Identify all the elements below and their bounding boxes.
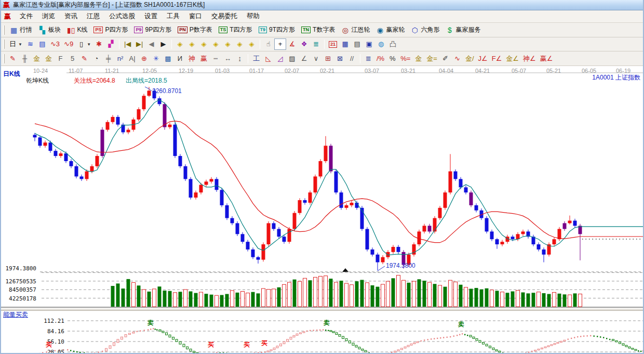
spiral-tool[interactable]: 5 xyxy=(66,53,78,64)
a-line-tool[interactable]: A| xyxy=(126,53,138,64)
calendar-21-button[interactable]: 21 xyxy=(327,38,339,50)
gold-pyramid-tool[interactable]: 金 xyxy=(31,53,43,64)
energy-scale-1: 112.21 xyxy=(1,318,64,324)
grid-box-icon: ▩ xyxy=(164,55,172,62)
hollow-candle-button[interactable]: ▯▼ xyxy=(75,38,93,50)
hatch-ruler-tool[interactable]: ╫ xyxy=(19,53,31,64)
time-clock-tool[interactable]: ◔ xyxy=(90,53,102,64)
gann-box-teal-button[interactable]: ≣ xyxy=(310,38,322,50)
web-sync-button[interactable]: ◍ xyxy=(375,38,387,50)
period-select-button[interactable]: 日▼ xyxy=(7,38,24,50)
save-button[interactable]: ▣ xyxy=(363,38,375,50)
t-square-button[interactable]: TST四方形 xyxy=(216,24,256,36)
next-page-button[interactable]: ▶ xyxy=(157,38,169,50)
menu-item-资讯[interactable]: 资讯 xyxy=(60,10,82,22)
fan-purple-tool[interactable]: ◿ xyxy=(274,53,286,64)
wave-9-button[interactable]: ∿9 xyxy=(62,38,75,50)
sector-blocks-button[interactable]: ▚板块 xyxy=(35,24,64,36)
wave-3-button[interactable]: ∿3 xyxy=(48,38,62,50)
pane-splitter[interactable] xyxy=(1,308,643,311)
grid-box-tool[interactable]: ▩ xyxy=(162,53,174,64)
angle-measure-button[interactable]: ∡ xyxy=(286,38,298,50)
trend-browse-button[interactable]: ≋ xyxy=(24,38,36,50)
t9-square-button[interactable]: T99T四方形 xyxy=(256,24,299,36)
marker-pencil-tool[interactable]: ✎ xyxy=(78,53,90,64)
percent-slash-tool[interactable]: /% xyxy=(374,53,386,64)
shrink-left-button[interactable]: ◈ xyxy=(174,38,186,50)
menu-item-帮助[interactable]: 帮助 xyxy=(242,10,264,22)
p-square-button[interactable]: PSP四方形 xyxy=(90,24,131,36)
market-quote-button[interactable]: ▦行情 xyxy=(7,24,35,36)
hand-drag-button[interactable]: ☝ xyxy=(262,38,274,50)
gann-fan-purple-button[interactable]: ❖ xyxy=(298,38,310,50)
gauge-bars-tool[interactable]: ≣ xyxy=(363,53,374,64)
t-number-table-button[interactable]: TNT数字表 xyxy=(298,24,338,36)
fan-red-tool[interactable]: ◺ xyxy=(262,53,274,64)
shrink-right-button[interactable]: ◈ xyxy=(186,38,198,50)
ruler-123-tool[interactable]: ┉ xyxy=(210,53,222,64)
menu-item-浏览[interactable]: 浏览 xyxy=(37,10,60,22)
ying-angle-tool[interactable]: 赢∠ xyxy=(538,53,555,64)
menu-item-交易委托[interactable]: 交易委托 xyxy=(207,10,242,22)
expand-horizontal-button[interactable]: ◈ xyxy=(198,38,210,50)
expand-all-button[interactable]: ◈ xyxy=(222,38,234,50)
restore-view-button[interactable]: ◈ xyxy=(246,38,258,50)
notepad-button[interactable]: ▤ xyxy=(351,38,363,50)
compress-horizontal-button[interactable]: ◈ xyxy=(210,38,222,50)
f10-info-button[interactable]: ▤ xyxy=(36,38,48,50)
f-angle-tool[interactable]: F∠ xyxy=(490,53,504,64)
percent-tool[interactable]: % xyxy=(386,53,398,64)
fibonacci-ruler-tool[interactable]: F xyxy=(55,53,66,64)
span-arrow2-tool[interactable]: ↨ xyxy=(234,53,246,64)
ying-tool[interactable]: 赢 xyxy=(198,53,210,64)
compress-all-button[interactable]: ◈ xyxy=(234,38,246,50)
gold-slash-tool[interactable]: 金/ xyxy=(463,53,476,64)
kline-button[interactable]: ▮▯K线 xyxy=(64,24,90,36)
gann-tool-button[interactable]: ✱ xyxy=(93,38,105,50)
gold-circle-tool[interactable]: 金 xyxy=(412,53,424,64)
menu-item-设置[interactable]: 设置 xyxy=(140,10,162,22)
gold-angle-tool[interactable]: 金∠ xyxy=(504,53,521,64)
menu-item-公式选股[interactable]: 公式选股 xyxy=(104,10,140,22)
printer-button[interactable]: 凸 xyxy=(387,38,399,50)
crosshair-button[interactable]: + xyxy=(274,38,286,50)
brush-tool[interactable]: ✐ xyxy=(439,53,451,64)
angle-line-tool[interactable]: ∠ xyxy=(298,53,310,64)
shen-angle-tool[interactable]: 神∠ xyxy=(521,53,538,64)
menu-item-窗口[interactable]: 窗口 xyxy=(184,10,207,22)
fan-shade-tool[interactable]: ▨ xyxy=(286,53,298,64)
draw-pencil-tool[interactable]: ✎ xyxy=(7,53,19,64)
menu-item-工具[interactable]: 工具 xyxy=(162,10,184,22)
target-circle-tool[interactable]: ⊕ xyxy=(138,53,150,64)
hexagon-button[interactable]: ⬡六角形 xyxy=(408,24,442,36)
gold-pyramid2-tool[interactable]: 金 xyxy=(43,53,55,64)
p9-square-button[interactable]: P99P四方形 xyxy=(131,24,175,36)
percent-line-tool[interactable]: %= xyxy=(398,53,412,64)
volume-distribution-button[interactable]: ▞ xyxy=(105,38,117,50)
winner-service-button[interactable]: $赢家服务 xyxy=(442,24,484,36)
prev-page-button[interactable]: ◀ xyxy=(145,38,157,50)
angle-line-icon: ∠ xyxy=(300,55,308,62)
calculator-button[interactable]: ▦ xyxy=(339,38,351,50)
span-arrow-tool[interactable]: ↔ xyxy=(222,53,234,64)
first-page-button[interactable]: |◀ xyxy=(122,38,133,50)
grid-dark-tool[interactable]: ⊠ xyxy=(334,53,346,64)
frame-tool[interactable]: 工 xyxy=(250,53,262,64)
gann-wheel-button[interactable]: ◎江恩轮 xyxy=(338,24,373,36)
last-page-button[interactable]: ▶| xyxy=(133,38,145,50)
slash-lines-tool[interactable]: // xyxy=(346,53,358,64)
n-quote-tool[interactable]: И xyxy=(174,53,186,64)
gold-line-tool[interactable]: 金= xyxy=(424,53,439,64)
tick-ruler-tool[interactable]: ╪ xyxy=(102,53,114,64)
shen-tool[interactable]: 神 xyxy=(186,53,198,64)
wave-triangle-tool[interactable]: ∿ xyxy=(451,53,463,64)
n-square-tool[interactable]: n² xyxy=(114,53,126,64)
p-number-table-button[interactable]: PNP数字表 xyxy=(175,24,216,36)
menu-item-文件[interactable]: 文件 xyxy=(15,10,37,22)
winner-wheel-button[interactable]: ◉赢家轮 xyxy=(373,24,408,36)
star-grid-tool[interactable]: ✳ xyxy=(150,53,162,64)
grid-red-tool[interactable]: ⊞ xyxy=(322,53,334,64)
menu-item-江恩[interactable]: 江恩 xyxy=(82,10,104,22)
j-angle-tool[interactable]: J∠ xyxy=(476,53,490,64)
v-wave-tool[interactable]: ∨ xyxy=(310,53,322,64)
